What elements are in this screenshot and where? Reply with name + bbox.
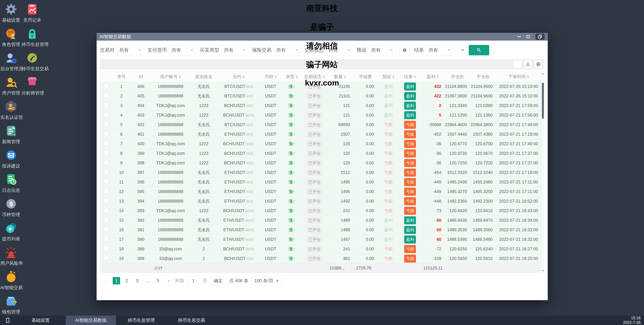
scrollbar-thumb[interactable] xyxy=(542,83,544,119)
desktop-icon-stopwatch[interactable]: AI智能交易 xyxy=(0,270,22,290)
sort-icon[interactable] xyxy=(275,75,277,78)
desktop-icon-log-doc[interactable]: 日志信息 xyxy=(0,172,22,193)
filter-select-交易状态[interactable]: 所有 xyxy=(326,45,353,55)
column-header-profit[interactable]: 盈利 xyxy=(421,72,445,82)
sort-icon[interactable] xyxy=(179,75,181,78)
row-checkbox[interactable] xyxy=(104,160,108,165)
column-header-status[interactable]: 交易状态 xyxy=(302,72,327,82)
table-row: 240518888888888无名氏BTC/USDT-60SUSDT涨↑已平仓2… xyxy=(100,91,541,101)
row-checkbox[interactable] xyxy=(104,236,108,241)
sort-icon[interactable] xyxy=(323,75,325,78)
row-checkbox[interactable] xyxy=(104,208,108,212)
desktop-icon-news-doc[interactable]: 新闻管理 xyxy=(0,124,22,145)
taskbar-tab-持币生息管理[interactable]: 持币生息管理 xyxy=(116,316,166,325)
preset-label: 亏损 xyxy=(384,170,392,175)
column-header-result[interactable]: 结果 xyxy=(400,72,421,82)
result-badge: 盈利 xyxy=(404,236,416,244)
select-all-checkbox[interactable] xyxy=(104,74,108,78)
print-button[interactable] xyxy=(534,60,542,68)
export-button[interactable] xyxy=(524,60,532,68)
sort-icon[interactable] xyxy=(527,75,529,78)
filter-item: 预设所有 xyxy=(357,45,395,55)
row-checkbox[interactable] xyxy=(104,103,108,107)
filter-select-预设[interactable]: 所有 xyxy=(369,45,395,55)
window-restore-button[interactable] xyxy=(535,34,545,40)
desktop-icon-wallet[interactable]: 钱包管理 xyxy=(0,294,22,315)
desktop-icon-gear[interactable]: 基础设置 xyxy=(0,2,22,23)
column-header-contract[interactable]: 合约 xyxy=(218,72,260,82)
filter-select-支付货币[interactable]: 所有 xyxy=(169,45,196,55)
row-checkbox[interactable] xyxy=(104,218,108,222)
search-button[interactable] xyxy=(469,45,489,55)
desktop-icon-dollar-coin[interactable]: $币种管理 xyxy=(0,197,22,218)
desktop-icon-mail[interactable]: 投诉建议 xyxy=(0,148,22,169)
filter-select-买卖类型[interactable]: 所有 xyxy=(222,45,248,55)
search-dropdown-button[interactable] xyxy=(457,45,469,55)
column-header-preset[interactable]: 预设 xyxy=(377,72,400,82)
confirm-button[interactable]: 确定 xyxy=(210,276,226,285)
column-header-account[interactable]: 用户账号 xyxy=(152,72,190,82)
desktop-icon-roles[interactable]: 角色管理 xyxy=(0,27,22,48)
row-checkbox[interactable] xyxy=(104,256,108,260)
page-next-button[interactable]: › xyxy=(165,277,172,284)
sort-icon[interactable] xyxy=(392,75,394,78)
profit-value: 2 xyxy=(439,103,441,108)
row-checkbox[interactable] xyxy=(104,93,108,98)
page-button-3[interactable]: 3 xyxy=(134,277,141,284)
sort-icon[interactable] xyxy=(243,75,245,78)
row-checkbox[interactable] xyxy=(104,246,108,251)
row-checkbox[interactable] xyxy=(104,132,108,136)
sort-icon[interactable] xyxy=(414,75,416,78)
row-checkbox[interactable] xyxy=(104,189,108,193)
row-checkbox[interactable] xyxy=(104,198,108,203)
cell-open: 120.6250 xyxy=(444,244,470,254)
taskbar-tab-基础设置[interactable]: 基础设置 xyxy=(16,316,66,325)
goto-page-input[interactable] xyxy=(187,276,200,285)
row-checkbox[interactable] xyxy=(104,84,108,88)
sort-icon[interactable] xyxy=(437,75,439,78)
start-button[interactable] xyxy=(0,316,16,325)
column-header-coin[interactable]: 币种 xyxy=(260,72,282,82)
row-checkbox[interactable] xyxy=(104,141,108,146)
row-checkbox[interactable] xyxy=(104,122,108,126)
desktop-icon-user-search[interactable]: 用户管理 xyxy=(0,75,22,96)
column-header-amount[interactable]: 数量 xyxy=(327,72,353,82)
window-maximize-button[interactable] xyxy=(526,35,530,38)
desktop-icon-label: 日志信息 xyxy=(0,187,22,193)
row-checkbox[interactable] xyxy=(104,179,108,184)
desktop-icon-mine[interactable]: 持币生息交易 xyxy=(22,51,43,72)
window-minimize-button[interactable] xyxy=(517,36,521,37)
row-checkbox[interactable] xyxy=(104,170,108,174)
scroll-down-icon[interactable] xyxy=(541,269,544,273)
desktop-icon-lock[interactable]: 持币生息管理 xyxy=(22,27,43,48)
desktop-icon-coins[interactable]: 提币列表 xyxy=(0,221,22,242)
scroll-up-icon[interactable] xyxy=(541,72,544,76)
page-button-1[interactable]: 1 xyxy=(113,277,120,284)
filter-select-交易对[interactable]: 所有 xyxy=(117,45,144,55)
filter-select-result[interactable]: 所有 xyxy=(426,45,453,55)
page-prev-button[interactable]: ‹ xyxy=(102,277,110,284)
window-titlebar[interactable]: AI智能交易数据 xyxy=(96,33,548,40)
column-header-type[interactable]: 类型 xyxy=(282,72,302,82)
sort-icon[interactable] xyxy=(296,75,298,78)
page-button-2[interactable]: 2 xyxy=(123,277,130,284)
taskbar-tab-持币生息交易[interactable]: 持币生息交易 xyxy=(166,316,217,325)
desktop-icon-shop[interactable]: 分析师管理 xyxy=(22,75,43,96)
cell-account: 18888888888 xyxy=(152,216,190,225)
status-badge: 已平仓 xyxy=(306,102,323,109)
filter-settings-button[interactable] xyxy=(399,45,410,55)
desktop-icon-id-verify[interactable]: 实名认证管 xyxy=(0,100,22,120)
desktop-icon-siren[interactable]: 用户风险率 xyxy=(0,246,22,266)
row-checkbox[interactable] xyxy=(104,227,108,232)
desktop-icon-chart-card[interactable]: 充币记录 xyxy=(22,2,43,23)
page-button-5[interactable]: 5 xyxy=(154,277,162,284)
row-checkbox[interactable] xyxy=(104,150,108,155)
desktop-icon-admin-user[interactable]: 后台管理员 xyxy=(0,51,22,72)
column-grid-button[interactable]: undefined xyxy=(514,60,522,68)
taskbar-tab-AI智能交易数据[interactable]: AI智能交易数据 xyxy=(66,316,116,325)
column-header-time[interactable]: 下单时间 xyxy=(496,72,541,82)
page-size-select[interactable]: 100 条/页∨ xyxy=(252,276,282,285)
row-checkbox[interactable] xyxy=(104,112,108,117)
filter-select-保险交易[interactable]: 所有 xyxy=(274,45,300,55)
sort-icon[interactable] xyxy=(344,75,346,78)
